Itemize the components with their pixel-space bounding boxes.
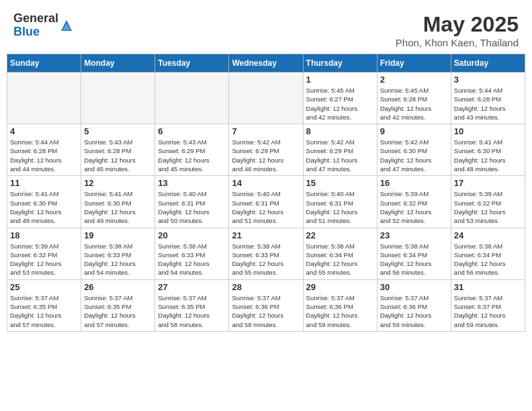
- calendar-cell: 7Sunrise: 5:42 AMSunset: 6:29 PMDaylight…: [229, 124, 303, 176]
- day-number: 3: [454, 75, 522, 85]
- calendar-cell: 21Sunrise: 5:38 AMSunset: 6:33 PMDayligh…: [229, 228, 303, 279]
- day-info: Sunrise: 5:45 AMSunset: 6:28 PMDaylight:…: [380, 86, 448, 122]
- day-number: 27: [158, 282, 226, 292]
- calendar-cell: 20Sunrise: 5:38 AMSunset: 6:33 PMDayligh…: [155, 228, 229, 279]
- day-number: 17: [454, 178, 522, 188]
- day-number: 22: [306, 230, 374, 240]
- calendar-table: SundayMondayTuesdayWednesdayThursdayFrid…: [7, 54, 525, 332]
- calendar-cell: 15Sunrise: 5:40 AMSunset: 6:31 PMDayligh…: [303, 176, 377, 228]
- calendar-week-row: 4Sunrise: 5:44 AMSunset: 6:28 PMDaylight…: [7, 124, 525, 176]
- column-header-thursday: Thursday: [303, 54, 377, 73]
- day-info: Sunrise: 5:39 AMSunset: 6:32 PMDaylight:…: [454, 189, 522, 225]
- day-info: Sunrise: 5:41 AMSunset: 6:30 PMDaylight:…: [84, 189, 152, 225]
- column-header-friday: Friday: [377, 54, 451, 73]
- day-number: 16: [380, 178, 448, 188]
- day-number: 28: [232, 282, 300, 292]
- day-number: 23: [380, 230, 448, 240]
- calendar-cell: 31Sunrise: 5:37 AMSunset: 6:37 PMDayligh…: [451, 279, 525, 331]
- calendar-cell: 24Sunrise: 5:38 AMSunset: 6:34 PMDayligh…: [451, 228, 525, 279]
- calendar-header-row: SundayMondayTuesdayWednesdayThursdayFrid…: [7, 54, 525, 73]
- logo: General Blue: [13, 12, 73, 39]
- calendar-cell: 6Sunrise: 5:43 AMSunset: 6:29 PMDaylight…: [155, 124, 229, 176]
- day-info: Sunrise: 5:40 AMSunset: 6:31 PMDaylight:…: [306, 189, 374, 225]
- day-number: 24: [454, 230, 522, 240]
- month-title: May 2025: [396, 12, 519, 37]
- calendar-cell: 5Sunrise: 5:43 AMSunset: 6:28 PMDaylight…: [81, 124, 155, 176]
- calendar-cell: 12Sunrise: 5:41 AMSunset: 6:30 PMDayligh…: [81, 176, 155, 228]
- calendar-cell: 26Sunrise: 5:37 AMSunset: 6:35 PMDayligh…: [81, 279, 155, 331]
- day-info: Sunrise: 5:42 AMSunset: 6:29 PMDaylight:…: [232, 138, 300, 173]
- day-number: 1: [306, 75, 374, 85]
- day-number: 31: [454, 282, 522, 292]
- title-area: May 2025 Phon, Khon Kaen, Thailand: [396, 12, 519, 48]
- day-number: 5: [84, 126, 152, 136]
- calendar-cell: [155, 73, 229, 124]
- calendar-cell: [81, 73, 155, 124]
- day-info: Sunrise: 5:37 AMSunset: 6:36 PMDaylight:…: [232, 293, 300, 329]
- day-number: 13: [158, 178, 226, 188]
- column-header-saturday: Saturday: [451, 54, 525, 73]
- day-info: Sunrise: 5:38 AMSunset: 6:34 PMDaylight:…: [380, 242, 448, 277]
- calendar-cell: 1Sunrise: 5:45 AMSunset: 6:27 PMDaylight…: [303, 73, 377, 124]
- day-info: Sunrise: 5:38 AMSunset: 6:33 PMDaylight:…: [232, 242, 300, 277]
- calendar-cell: 28Sunrise: 5:37 AMSunset: 6:36 PMDayligh…: [229, 279, 303, 331]
- calendar-week-row: 18Sunrise: 5:39 AMSunset: 6:32 PMDayligh…: [7, 228, 525, 279]
- day-info: Sunrise: 5:43 AMSunset: 6:28 PMDaylight:…: [84, 138, 152, 173]
- day-number: 8: [306, 126, 374, 136]
- day-number: 14: [232, 178, 300, 188]
- day-number: 25: [10, 282, 78, 292]
- day-number: 20: [158, 230, 226, 240]
- day-number: 26: [84, 282, 152, 292]
- day-info: Sunrise: 5:37 AMSunset: 6:35 PMDaylight:…: [158, 293, 226, 329]
- calendar-week-row: 25Sunrise: 5:37 AMSunset: 6:35 PMDayligh…: [7, 279, 525, 331]
- day-info: Sunrise: 5:37 AMSunset: 6:37 PMDaylight:…: [454, 293, 522, 329]
- day-number: 15: [306, 178, 374, 188]
- calendar-cell: 22Sunrise: 5:38 AMSunset: 6:34 PMDayligh…: [303, 228, 377, 279]
- calendar-cell: 2Sunrise: 5:45 AMSunset: 6:28 PMDaylight…: [377, 73, 451, 124]
- day-info: Sunrise: 5:42 AMSunset: 6:29 PMDaylight:…: [306, 138, 374, 173]
- calendar-cell: 9Sunrise: 5:42 AMSunset: 6:30 PMDaylight…: [377, 124, 451, 176]
- calendar-cell: 11Sunrise: 5:41 AMSunset: 6:30 PMDayligh…: [7, 176, 81, 228]
- calendar-cell: 3Sunrise: 5:44 AMSunset: 6:28 PMDaylight…: [451, 73, 525, 124]
- column-header-tuesday: Tuesday: [155, 54, 229, 73]
- calendar-cell: 14Sunrise: 5:40 AMSunset: 6:31 PMDayligh…: [229, 176, 303, 228]
- column-header-sunday: Sunday: [7, 54, 81, 73]
- day-info: Sunrise: 5:38 AMSunset: 6:34 PMDaylight:…: [454, 242, 522, 277]
- calendar-week-row: 11Sunrise: 5:41 AMSunset: 6:30 PMDayligh…: [7, 176, 525, 228]
- day-info: Sunrise: 5:38 AMSunset: 6:33 PMDaylight:…: [158, 242, 226, 277]
- day-info: Sunrise: 5:40 AMSunset: 6:31 PMDaylight:…: [232, 189, 300, 225]
- calendar-cell: 23Sunrise: 5:38 AMSunset: 6:34 PMDayligh…: [377, 228, 451, 279]
- day-info: Sunrise: 5:44 AMSunset: 6:28 PMDaylight:…: [10, 138, 78, 173]
- calendar-cell: 19Sunrise: 5:38 AMSunset: 6:33 PMDayligh…: [81, 228, 155, 279]
- calendar-cell: 4Sunrise: 5:44 AMSunset: 6:28 PMDaylight…: [7, 124, 81, 176]
- calendar-cell: 27Sunrise: 5:37 AMSunset: 6:35 PMDayligh…: [155, 279, 229, 331]
- day-number: 12: [84, 178, 152, 188]
- day-number: 29: [306, 282, 374, 292]
- day-info: Sunrise: 5:44 AMSunset: 6:28 PMDaylight:…: [454, 86, 522, 122]
- day-info: Sunrise: 5:37 AMSunset: 6:36 PMDaylight:…: [380, 293, 448, 329]
- calendar-cell: 8Sunrise: 5:42 AMSunset: 6:29 PMDaylight…: [303, 124, 377, 176]
- day-info: Sunrise: 5:39 AMSunset: 6:32 PMDaylight:…: [10, 242, 78, 277]
- day-info: Sunrise: 5:40 AMSunset: 6:31 PMDaylight:…: [158, 189, 226, 225]
- calendar-cell: 25Sunrise: 5:37 AMSunset: 6:35 PMDayligh…: [7, 279, 81, 331]
- day-info: Sunrise: 5:41 AMSunset: 6:30 PMDaylight:…: [10, 189, 78, 225]
- day-info: Sunrise: 5:39 AMSunset: 6:32 PMDaylight:…: [380, 189, 448, 225]
- day-number: 19: [84, 230, 152, 240]
- day-number: 7: [232, 126, 300, 136]
- page-header: General Blue May 2025 Phon, Khon Kaen, T…: [7, 7, 525, 51]
- location-title: Phon, Khon Kaen, Thailand: [396, 37, 519, 48]
- day-info: Sunrise: 5:38 AMSunset: 6:34 PMDaylight:…: [306, 242, 374, 277]
- day-info: Sunrise: 5:43 AMSunset: 6:29 PMDaylight:…: [158, 138, 226, 173]
- calendar-cell: [7, 73, 81, 124]
- day-info: Sunrise: 5:37 AMSunset: 6:35 PMDaylight:…: [84, 293, 152, 329]
- calendar-cell: 30Sunrise: 5:37 AMSunset: 6:36 PMDayligh…: [377, 279, 451, 331]
- day-info: Sunrise: 5:41 AMSunset: 6:30 PMDaylight:…: [454, 138, 522, 173]
- day-number: 10: [454, 126, 522, 136]
- day-info: Sunrise: 5:37 AMSunset: 6:36 PMDaylight:…: [306, 293, 374, 329]
- day-info: Sunrise: 5:42 AMSunset: 6:30 PMDaylight:…: [380, 138, 448, 173]
- logo-blue: Blue: [13, 26, 58, 39]
- day-info: Sunrise: 5:37 AMSunset: 6:35 PMDaylight:…: [10, 293, 78, 329]
- day-info: Sunrise: 5:38 AMSunset: 6:33 PMDaylight:…: [84, 242, 152, 277]
- column-header-wednesday: Wednesday: [229, 54, 303, 73]
- calendar-cell: 10Sunrise: 5:41 AMSunset: 6:30 PMDayligh…: [451, 124, 525, 176]
